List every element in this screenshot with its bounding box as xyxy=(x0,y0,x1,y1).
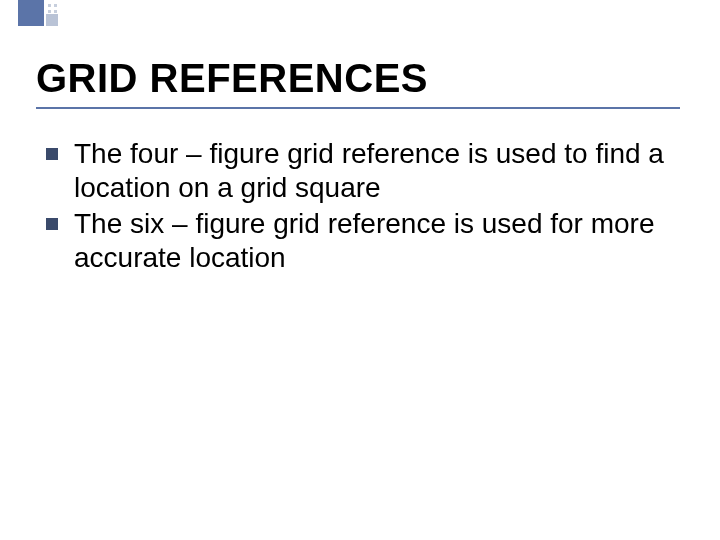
decoration-square-large xyxy=(18,0,44,26)
slide-title: GRID REFERENCES xyxy=(36,56,680,101)
slide-content: GRID REFERENCES The four – figure grid r… xyxy=(0,0,720,276)
corner-decoration xyxy=(0,0,110,40)
bullet-item: The four – figure grid reference is used… xyxy=(44,137,680,205)
decoration-square-small xyxy=(46,14,58,26)
title-divider xyxy=(36,107,680,109)
bullet-item: The six – figure grid reference is used … xyxy=(44,207,680,275)
bullet-list: The four – figure grid reference is used… xyxy=(36,137,680,276)
